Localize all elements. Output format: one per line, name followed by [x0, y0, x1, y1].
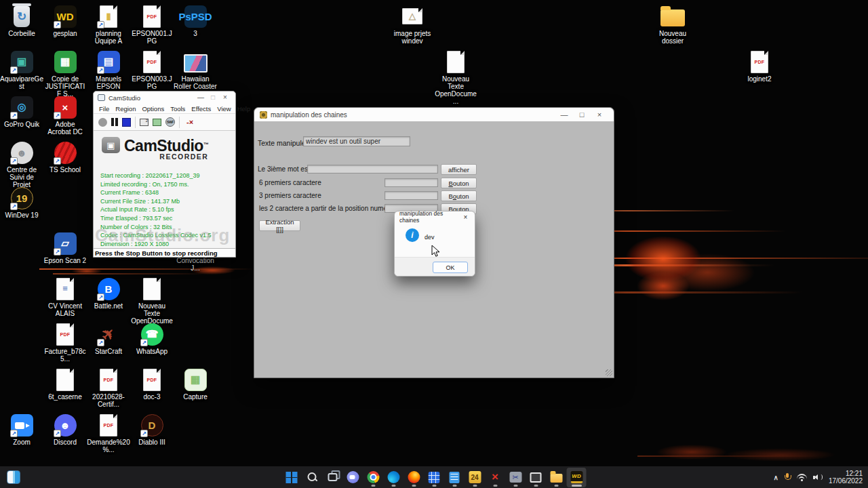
desktop-icon[interactable]: PDFFacture_b78c5... [43, 322, 87, 363]
glyph-char: Ps [178, 11, 191, 22]
task-view-button[interactable] [323, 468, 342, 487]
maximize-button[interactable]: □ [573, 108, 591, 121]
field-label: Le 3ième mot est: [258, 165, 311, 173]
desktop-icon[interactable]: PDF20210628-Certif... [87, 367, 130, 408]
ok-button[interactable]: OK [433, 262, 468, 273]
desktop-icon[interactable]: PDFdoc-3 [130, 367, 174, 401]
menu-view[interactable]: View [217, 105, 231, 113]
desktop-icon[interactable]: ▦Capture [174, 367, 217, 401]
desktop-icon[interactable]: ▮↗planning Úquipe A [87, 4, 130, 45]
desktop-icon-label: GoPro Quik [0, 121, 43, 128]
desktop-icon[interactable]: ▱↗Epson Scan 2 [43, 231, 87, 264]
afficher-button[interactable]: afficher [441, 164, 477, 175]
form-row: Le 3ième mot est:afficher [254, 164, 614, 176]
capture-window-button[interactable] [526, 468, 546, 487]
texte-manipule-input[interactable] [303, 136, 410, 146]
desktop-icon[interactable]: Nouveau dossier [651, 4, 694, 45]
desktop-icon[interactable]: 19↗WinDev 19 [0, 186, 43, 219]
app-title-bar[interactable]: manipulation des chaines — □ × [254, 108, 614, 121]
icon-glyph: ▦ [54, 51, 77, 73]
chrome-button[interactable] [363, 468, 383, 487]
windev-button[interactable]: WD [567, 468, 587, 487]
date: 17/06/2022 [829, 477, 863, 485]
desktop-icon[interactable]: ☎↗WhatsApp [130, 322, 174, 355]
shortcut-arrow-icon: ↗ [140, 430, 148, 437]
volume-icon[interactable] [813, 474, 823, 481]
result-input[interactable] [384, 191, 438, 200]
camstudio-body: ▣ CamStudio™ RECORDER Start recording : … [94, 131, 235, 257]
extraction-button[interactable]: Extraction [[]] [259, 220, 300, 231]
widgets-icon[interactable] [7, 470, 20, 484]
annotation-button[interactable] [153, 119, 161, 126]
menu-effects[interactable]: Effects [191, 105, 211, 113]
microphone-icon[interactable] [785, 473, 791, 481]
cascade-windows-button[interactable]: 2 [140, 119, 149, 126]
explorer-button[interactable] [547, 468, 566, 487]
close-button[interactable]: × [219, 92, 231, 104]
desktop-icon[interactable]: ≡CV Vincent ALAIS [43, 277, 87, 317]
bouton-button[interactable]: Bouton [441, 190, 477, 201]
desktop-icon[interactable]: △image prjets windev [391, 4, 434, 45]
minimize-button[interactable]: — [555, 108, 573, 121]
bouton-button[interactable]: Bouton [441, 178, 477, 188]
desktop-icon[interactable]: PDFDemande%20%... [87, 413, 130, 453]
desktop-icon[interactable]: Nouveau Texte OpenDocume... [434, 49, 477, 105]
desktop-icon[interactable]: WD↗gesplan [43, 4, 87, 37]
desktop-icon[interactable]: B↗Battle.net [87, 277, 130, 310]
desktop-icon-label: Nouveau dossier [651, 30, 694, 45]
desktop-icon[interactable]: ↗TS School [43, 140, 87, 174]
stop-button[interactable] [122, 118, 131, 127]
glyph-char: B [105, 283, 113, 295]
region-cancel-button[interactable]: -× [186, 118, 193, 126]
desktop-icon[interactable]: PDFEPSON001.JPG [130, 4, 174, 45]
glyph-char: △ [409, 12, 416, 21]
minimize-button[interactable]: — [195, 92, 207, 104]
camstudio-title-bar[interactable]: CamStudio — □ × [94, 92, 235, 104]
search-button[interactable] [302, 468, 322, 487]
desktop-icon[interactable]: ↻Corbeille [0, 4, 43, 37]
desktop-icon[interactable]: ▦Copie de JUSTIFICATIF S... [43, 49, 87, 98]
dialog-close-icon[interactable]: × [461, 214, 470, 221]
menu-file[interactable]: File [99, 105, 109, 113]
desktop-icon[interactable]: ☻↗Discord [43, 413, 87, 446]
dialog-title-bar[interactable]: manipulation des chaines × [395, 211, 475, 222]
result-input[interactable] [384, 178, 438, 187]
chevron-up-icon[interactable]: ∧ [774, 474, 778, 481]
desktop-icon[interactable]: PDFEPSON003.JPG [130, 49, 174, 90]
firefox-button[interactable] [404, 468, 424, 487]
desktop-icon[interactable]: ▣↗AquavipareGest [0, 49, 43, 90]
menu-tools[interactable]: Tools [170, 105, 185, 113]
acrobat-button[interactable]: × [486, 468, 505, 487]
clock[interactable]: 12:21 17/06/2022 [829, 470, 863, 485]
desktop-icon[interactable]: D↗Diablo III [130, 413, 174, 446]
video-editor-button[interactable]: ✂ [506, 468, 526, 487]
desktop-icon[interactable]: ×↗Adobe Acrobat DC [43, 95, 87, 136]
chat-button[interactable] [343, 468, 363, 487]
desktop-icon[interactable]: ◎↗GoPro Quik [0, 95, 43, 128]
maximize-button[interactable]: □ [207, 92, 219, 104]
desktop-icon-label: Zoom [0, 439, 43, 446]
app-24-button[interactable]: 24 [465, 468, 485, 487]
result-input[interactable] [307, 165, 438, 174]
shortcut-arrow-icon: ↗ [10, 66, 18, 74]
notepad-button[interactable] [445, 468, 465, 487]
menu-region[interactable]: Region [115, 105, 136, 113]
start-button[interactable] [282, 468, 302, 487]
desktop-icon[interactable]: ↗Zoom [0, 413, 43, 446]
desktop-icon[interactable]: ☻↗Centre de Suivi de Projet [0, 140, 43, 188]
swf-producer-button[interactable]: SWF [165, 117, 175, 127]
system-tray: ∧ 12:21 17/06/2022 [774, 466, 863, 488]
app-grid-button[interactable] [425, 468, 444, 487]
desktop-icon[interactable]: 6t_caserne [43, 367, 87, 401]
desktop-icon[interactable]: ▤↗Manuels EPSON [87, 49, 130, 90]
close-button[interactable]: × [591, 108, 608, 121]
desktop-icon[interactable]: PsPSD3 [174, 4, 217, 37]
desktop-icon[interactable]: PDFloginet2 [738, 49, 781, 83]
edge-button[interactable] [384, 468, 403, 487]
record-button[interactable] [98, 118, 107, 127]
wifi-icon[interactable] [797, 474, 807, 481]
menu-options[interactable]: Options [142, 105, 164, 113]
menu-help[interactable]: Help [237, 105, 251, 113]
pause-button[interactable] [111, 118, 118, 126]
desktop-icon[interactable]: ✈↗StarCraft [87, 322, 130, 355]
